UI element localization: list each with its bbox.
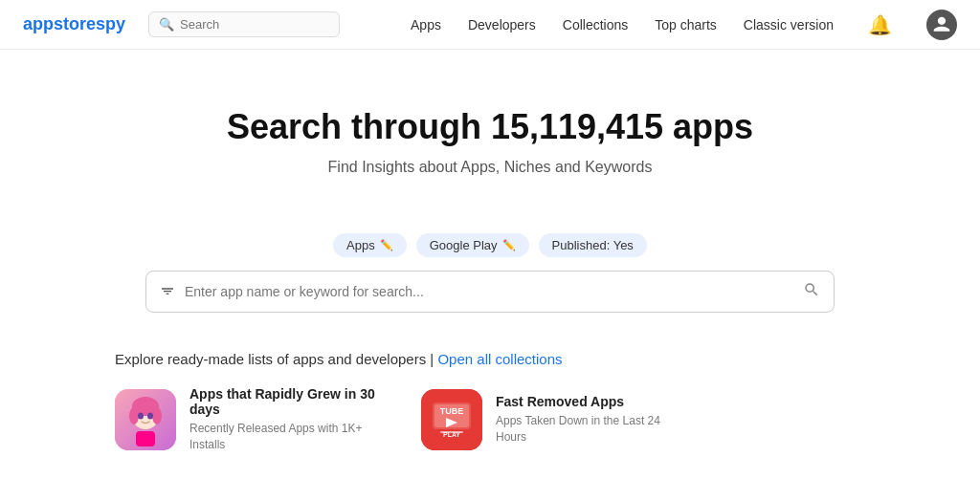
svg-rect-14: [440, 431, 463, 433]
chip-apps[interactable]: Apps ✏️: [333, 233, 407, 257]
nav-link-apps[interactable]: Apps: [411, 17, 441, 33]
nav-link-developers[interactable]: Developers: [468, 17, 536, 33]
hero-title: Search through 15,119,415 apps: [19, 107, 961, 147]
search-mag-icon[interactable]: [803, 281, 820, 302]
collections-header: Explore ready-made lists of apps and dev…: [115, 351, 865, 367]
chip-apps-label: Apps: [346, 238, 375, 252]
filter-icon: [160, 283, 175, 301]
nav-links: Apps Developers Collections Top charts C…: [411, 10, 957, 40]
collection-text-fast-removed: Fast Removed Apps Apps Taken Down in the…: [496, 394, 689, 446]
svg-point-3: [129, 407, 139, 425]
edit-icon-apps: ✏️: [380, 239, 393, 251]
collection-text-rapidly-grew: Apps that Rapidly Grew in 30 days Recent…: [189, 386, 383, 453]
edit-icon-google-play: ✏️: [502, 239, 516, 251]
collection-title-rapidly-grew: Apps that Rapidly Grew in 30 days: [189, 386, 383, 417]
collections-intro: Explore ready-made lists of apps and dev…: [115, 351, 434, 367]
bell-icon[interactable]: 🔔: [868, 13, 892, 36]
nav-search-wrap: 🔍: [148, 11, 340, 37]
main-search-bar: [145, 271, 835, 313]
filter-chips: Apps ✏️ Google Play ✏️ Published: Yes: [333, 233, 647, 257]
logo[interactable]: appstorespy: [23, 14, 125, 34]
svg-point-5: [138, 412, 144, 419]
nav-search-icon: 🔍: [159, 17, 174, 32]
svg-point-4: [152, 407, 162, 425]
user-avatar[interactable]: [926, 10, 957, 40]
logo-text: appstorespy: [23, 14, 125, 33]
collection-item-rapidly-grew[interactable]: Apps that Rapidly Grew in 30 days Recent…: [115, 386, 383, 453]
hero-section: Search through 15,119,415 apps Find Insi…: [0, 50, 980, 214]
chip-published[interactable]: Published: Yes: [539, 233, 647, 257]
filter-area: Apps ✏️ Google Play ✏️ Published: Yes: [0, 214, 980, 322]
chip-published-label: Published: Yes: [552, 238, 634, 252]
collections-section: Explore ready-made lists of apps and dev…: [0, 322, 980, 479]
svg-point-6: [147, 412, 153, 419]
nav-link-collections[interactable]: Collections: [563, 17, 628, 33]
collection-desc-fast-removed: Apps Taken Down in the Last 24 Hours: [496, 413, 689, 446]
chip-google-play[interactable]: Google Play ✏️: [416, 233, 529, 257]
hero-subtitle: Find Insights about Apps, Niches and Key…: [19, 159, 961, 176]
collection-item-fast-removed[interactable]: TUBE PLAY Fast Removed Apps Apps Taken D…: [421, 386, 689, 453]
nav-search-input[interactable]: [180, 17, 329, 32]
navbar: appstorespy 🔍 Apps Developers Collection…: [0, 0, 980, 50]
svg-text:TUBE: TUBE: [440, 406, 464, 416]
collection-icon-tube: TUBE PLAY: [421, 389, 482, 450]
nav-link-classic[interactable]: Classic version: [744, 17, 834, 33]
collection-title-fast-removed: Fast Removed Apps: [496, 394, 689, 409]
collection-icon-anime: [115, 389, 176, 450]
chip-google-play-label: Google Play: [430, 238, 498, 252]
main-search-input[interactable]: [185, 284, 803, 299]
nav-link-top-charts[interactable]: Top charts: [655, 17, 717, 33]
svg-rect-7: [136, 431, 155, 446]
open-all-collections-link[interactable]: Open all collections: [437, 351, 562, 367]
collections-list: Apps that Rapidly Grew in 30 days Recent…: [115, 386, 865, 479]
collection-desc-rapidly-grew: Recently Released Apps with 1K+ Installs: [189, 421, 383, 453]
